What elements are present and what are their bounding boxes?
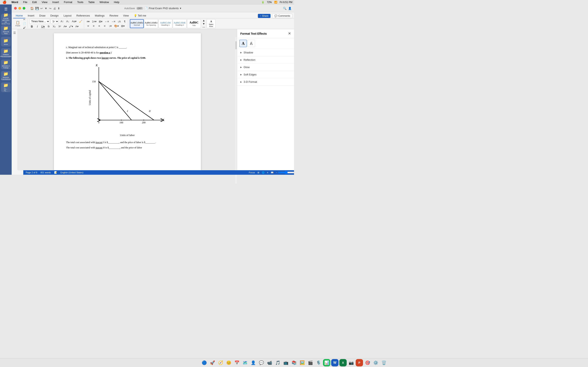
tab-insert[interactable]: Insert xyxy=(25,13,37,18)
close-button[interactable] xyxy=(14,7,17,9)
show-formatting-button[interactable]: ¶ xyxy=(122,20,127,24)
share-button[interactable]: ↑ Share xyxy=(258,14,270,18)
font-color-button[interactable]: A▾ xyxy=(63,25,68,28)
strikethrough-button[interactable]: S xyxy=(46,25,51,28)
tab-layout[interactable]: Layout xyxy=(61,13,74,18)
style-heading1[interactable]: AaBbCcDd Heading 1 xyxy=(158,19,172,28)
tab-view[interactable]: View xyxy=(121,13,131,18)
customize-icon[interactable]: ⬇ xyxy=(58,7,60,10)
text-effect-button[interactable]: A▾ xyxy=(75,25,79,28)
window-menu[interactable]: Window xyxy=(99,1,110,4)
print-icon[interactable]: 🖨 xyxy=(53,7,56,10)
search-icon-titlebar[interactable]: 🔍 xyxy=(283,7,286,10)
tab-design[interactable]: Design xyxy=(48,13,61,18)
styles-pane-button[interactable]: A StylesPane xyxy=(207,19,216,28)
clear-format-button[interactable]: 🧹 xyxy=(78,19,83,23)
apple-menu[interactable]: 🍎 xyxy=(2,0,7,4)
style-title[interactable]: AaBbC Title xyxy=(187,19,201,28)
sidebar-folder-jesus[interactable]: 📁 Jesus xyxy=(1,37,11,47)
sidebar-folder-metodosc[interactable]: 📁 MetodosCuantitativos xyxy=(1,71,11,81)
sidebar-folder-clase[interactable]: 📁 CLASE METODODE INVESTIGA xyxy=(1,14,11,24)
tab-mailings[interactable]: Mailings xyxy=(93,13,107,18)
sidebar-folder-metodos2[interactable]: 📁 Metodos 2Trabajo xyxy=(1,59,11,69)
styles-gallery-expand[interactable]: ▲▼— xyxy=(201,19,206,28)
decrease-indent-button[interactable]: ←≡ xyxy=(104,20,110,24)
doc-dropdown-icon[interactable]: ▾ xyxy=(180,7,181,10)
effect-soft-edges[interactable]: ▶ Soft Edges xyxy=(237,71,294,78)
effect-shadow[interactable]: ▶ Shadow xyxy=(237,49,294,56)
insert-menu[interactable]: Insert xyxy=(52,1,60,4)
font-family-select[interactable]: Times New… xyxy=(29,19,50,24)
undo-arrow[interactable]: ▼ xyxy=(44,7,47,10)
tab-review[interactable]: Review xyxy=(107,13,121,18)
bullets-button[interactable]: ≡▾ xyxy=(86,20,91,24)
edit-menu[interactable]: Edit xyxy=(31,1,38,4)
effect-tab-outline[interactable]: A xyxy=(248,40,255,47)
borders-button[interactable]: ⊞▾ xyxy=(120,24,126,28)
superscript-button[interactable]: X² xyxy=(57,25,62,28)
align-center-button[interactable]: ≡ xyxy=(91,24,96,28)
effect-3d-format[interactable]: ▶ 3-D Format xyxy=(237,78,294,86)
effect-tab-text[interactable]: A xyxy=(240,40,247,47)
justify-button[interactable]: ≡ xyxy=(102,24,107,28)
view-menu[interactable]: View xyxy=(41,1,48,4)
underline-button[interactable]: U▾ xyxy=(40,25,45,29)
outline-view-icon[interactable]: ≡ xyxy=(267,171,268,174)
file-menu[interactable]: File xyxy=(22,1,28,4)
word-count-icon[interactable]: 📝 xyxy=(54,171,57,174)
sort-button[interactable]: ↕A xyxy=(117,20,122,24)
line-spacing-button[interactable]: ↕▾ xyxy=(108,24,113,28)
italic-button[interactable]: I xyxy=(35,25,40,29)
reading-view-icon[interactable]: 📖 xyxy=(271,171,274,174)
copy-button[interactable]: 📄 xyxy=(22,22,27,25)
layout-view-icon[interactable]: ⊞ xyxy=(258,171,259,174)
format-menu[interactable]: Format xyxy=(63,1,73,4)
sidebar-folder-tratados[interactable]: 📁 tratadosinternacionales xyxy=(1,48,11,58)
undo-icon[interactable]: ↩ xyxy=(40,7,43,10)
autosave-toggle[interactable]: OFF xyxy=(136,7,143,10)
tools-menu[interactable]: Tools xyxy=(76,1,84,4)
sidebar-folder-tema[interactable]: 📁 Tema de Tesis xyxy=(1,25,11,35)
hamburger-icon[interactable]: ☰ xyxy=(3,6,8,12)
table-menu[interactable]: Table xyxy=(87,1,95,4)
change-case-button[interactable]: Aa▾ xyxy=(71,19,77,23)
sidebar-folder-doc[interactable]: 📁 Do...FIL... xyxy=(1,82,11,92)
shading-button[interactable]: 🎨▾ xyxy=(113,24,120,28)
style-normal[interactable]: AaBbCcDdEe Normal xyxy=(130,19,144,28)
panel-close-button[interactable]: ✕ xyxy=(288,32,291,35)
effect-glow[interactable]: ▶ Glow xyxy=(237,64,294,71)
font-size-select[interactable]: 14 xyxy=(51,19,59,24)
home-icon[interactable]: 🏠 xyxy=(30,7,34,10)
redo-icon[interactable]: ↪ xyxy=(49,7,52,10)
web-view-icon[interactable]: 🌐 xyxy=(262,171,265,174)
focus-button[interactable]: Focus xyxy=(249,171,255,174)
align-left-button[interactable]: ≡ xyxy=(86,24,91,28)
minimize-button[interactable] xyxy=(18,7,21,9)
effect-reflection[interactable]: ▶ Reflection xyxy=(237,56,294,64)
align-right-button[interactable]: ≡ xyxy=(97,24,102,28)
shrink-font-button[interactable]: A↓ xyxy=(65,19,70,23)
increase-indent-button[interactable]: →≡ xyxy=(110,20,116,24)
word-menu[interactable]: Word xyxy=(11,1,19,4)
comments-button[interactable]: 💬 Comments xyxy=(272,14,292,18)
tab-draw[interactable]: Draw xyxy=(37,13,48,18)
nav-hamburger[interactable]: ☰ xyxy=(13,31,16,34)
subscript-button[interactable]: X₂ xyxy=(52,25,57,28)
panel-scrollbar[interactable] xyxy=(235,37,237,170)
style-heading2[interactable]: AaBbCcDdE Heading 2 xyxy=(173,19,187,28)
cut-button[interactable]: ✂ xyxy=(22,18,27,21)
paste-button[interactable]: 📋 Paste xyxy=(14,20,21,27)
tab-references[interactable]: References xyxy=(74,13,92,18)
grow-font-button[interactable]: A↑ xyxy=(60,19,65,23)
numbering-button[interactable]: 1≡▾ xyxy=(91,20,97,24)
profile-icon[interactable]: 👤 xyxy=(288,7,292,10)
style-no-spacing[interactable]: AaBbCcDdEe No Spacing xyxy=(144,19,158,28)
highlight-color-button[interactable]: 🖊▾ xyxy=(68,25,74,28)
save-icon[interactable]: 💾 xyxy=(35,7,39,10)
bold-button[interactable]: B xyxy=(29,25,34,29)
tab-tell-me[interactable]: 💡 Tell me xyxy=(131,13,149,18)
multilevel-list-button[interactable]: ⊞▾ xyxy=(98,20,103,24)
document-area[interactable]: ☰ c. Marginal rate of technical substitu… xyxy=(12,29,237,170)
help-menu[interactable]: Help xyxy=(113,1,120,4)
zoom-slider[interactable] xyxy=(278,171,294,174)
